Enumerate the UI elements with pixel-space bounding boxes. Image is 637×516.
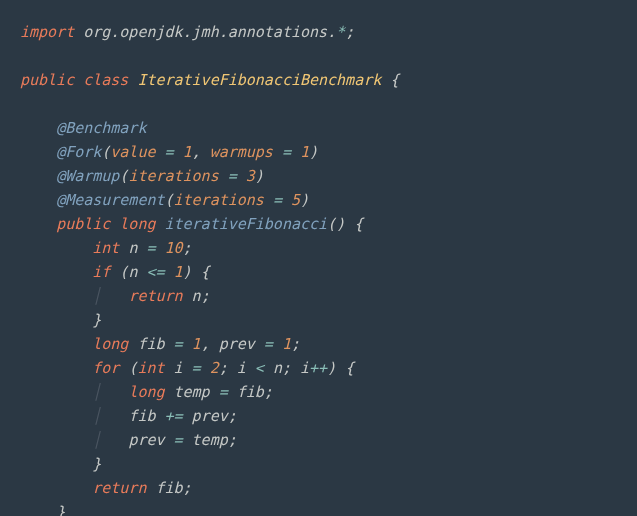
annotation-warmup: @Warmup <box>56 167 119 185</box>
keyword-import: import <box>20 23 74 41</box>
annotation-benchmark: @Benchmark <box>56 119 146 137</box>
param-iterations: iterations <box>128 167 218 185</box>
param-warmups: warmups <box>210 143 273 161</box>
type-int: int <box>92 239 119 257</box>
var-temp: temp <box>174 383 210 401</box>
package-path: org.openjdk.jmh.annotations. <box>83 23 336 41</box>
class-name: IterativeFibonacciBenchmark <box>137 71 381 89</box>
type-long: long <box>119 215 155 233</box>
var-fib: fib <box>137 335 164 353</box>
var-i: i <box>174 359 183 377</box>
code-block: import org.openjdk.jmh.annotations.*; pu… <box>20 20 617 516</box>
method-name: iterativeFibonacci <box>165 215 328 233</box>
annotation-measurement: @Measurement <box>56 191 164 209</box>
wildcard: * <box>336 23 345 41</box>
keyword-class: class <box>83 71 128 89</box>
keyword-public: public <box>20 71 74 89</box>
keyword-if: if <box>92 263 110 281</box>
var-prev: prev <box>219 335 255 353</box>
param-value: value <box>110 143 155 161</box>
keyword-return: return <box>128 287 182 305</box>
annotation-fork: @Fork <box>56 143 101 161</box>
keyword-for: for <box>92 359 119 377</box>
var-n: n <box>128 239 137 257</box>
